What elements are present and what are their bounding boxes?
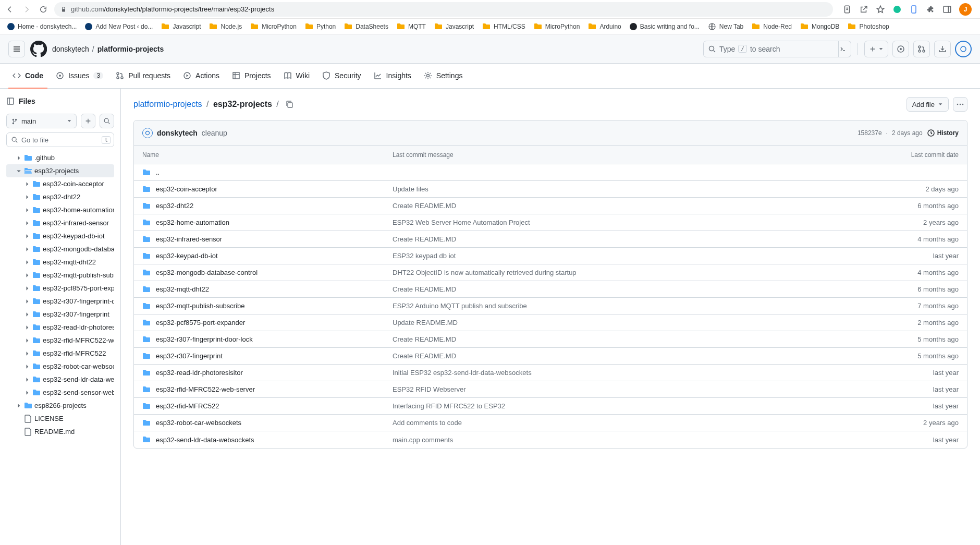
tree-item[interactable]: esp32-rfid-MFRC522 bbox=[6, 347, 114, 360]
address-bar[interactable]: github.com/donskytech/platformio-project… bbox=[54, 2, 833, 17]
bookmark-item[interactable]: MQTT bbox=[394, 20, 429, 33]
commit-message-link[interactable]: Update README.MD bbox=[393, 319, 891, 326]
tree-item[interactable]: esp32-keypad-db-iot bbox=[6, 229, 114, 243]
bookmark-item[interactable]: Javascript bbox=[158, 20, 204, 33]
tree-item[interactable]: esp32-projects bbox=[6, 164, 114, 177]
tab-pull-requests[interactable]: Pull requests bbox=[112, 64, 175, 89]
bookmark-item[interactable]: HTML/CSS bbox=[479, 20, 529, 33]
add-file-button[interactable] bbox=[81, 114, 95, 128]
file-name-link[interactable]: esp32-r307-fingerprint bbox=[156, 352, 223, 360]
bookmark-item[interactable]: Add New Post ‹ do... bbox=[82, 21, 156, 32]
more-options-button[interactable] bbox=[953, 97, 967, 112]
phone-icon[interactable] bbox=[909, 5, 918, 14]
commit-message-link[interactable]: ESP32 Arduino MQTT publish and subscribe bbox=[393, 302, 891, 310]
tree-item[interactable]: esp32-home-automation bbox=[6, 203, 114, 216]
file-name-link[interactable]: esp32-mongodb-database-control bbox=[156, 269, 258, 276]
commit-message-link[interactable]: Add comments to code bbox=[393, 419, 891, 427]
commit-message-link[interactable]: Create README.MD bbox=[393, 285, 891, 293]
tab-projects[interactable]: Projects bbox=[228, 64, 275, 89]
issues-button[interactable] bbox=[892, 41, 909, 57]
commit-message-link[interactable]: DHT22 ObjectID is now automatically retr… bbox=[393, 269, 891, 276]
commit-message-link[interactable]: Create README.MD bbox=[393, 235, 891, 243]
commit-author-link[interactable]: donskytech bbox=[157, 129, 198, 137]
file-name-link[interactable]: esp32-rfid-MFRC522-web-server bbox=[156, 385, 255, 393]
tree-item[interactable]: esp32-robot-car-websockets bbox=[6, 360, 114, 373]
tab-security[interactable]: Security bbox=[318, 64, 365, 89]
command-palette-button[interactable] bbox=[835, 41, 851, 57]
bookmark-item[interactable]: Photoshop bbox=[844, 20, 892, 33]
browser-forward-button[interactable] bbox=[21, 4, 32, 15]
file-name-link[interactable]: esp32-send-ldr-data-websockets bbox=[156, 436, 254, 444]
user-avatar[interactable] bbox=[955, 41, 972, 57]
profile-avatar[interactable]: J bbox=[959, 3, 972, 16]
extensions-icon[interactable] bbox=[926, 5, 935, 14]
file-name-link[interactable]: esp32-rfid-MFRC522 bbox=[156, 402, 219, 410]
add-file-dropdown[interactable]: Add file bbox=[906, 97, 949, 112]
tree-item[interactable]: esp32-rfid-MFRC522-web-server bbox=[6, 334, 114, 347]
bookmark-item[interactable]: MongoDB bbox=[797, 20, 842, 33]
file-name-link[interactable]: esp32-keypad-db-iot bbox=[156, 252, 218, 260]
owner-link[interactable]: donskytech bbox=[52, 45, 89, 53]
tree-item[interactable]: LICENSE bbox=[6, 412, 114, 425]
bookmark-item[interactable]: MicroPython bbox=[531, 20, 583, 33]
tree-item[interactable]: esp32-read-ldr-photoresisitor bbox=[6, 321, 114, 334]
bookmark-item[interactable]: Home - donskytech... bbox=[4, 21, 80, 32]
file-name-link[interactable]: esp32-robot-car-websockets bbox=[156, 419, 241, 427]
commit-message-link[interactable]: ESP32 RFID Webserver bbox=[393, 385, 891, 393]
parent-dir-row[interactable]: .. bbox=[134, 164, 967, 181]
file-name-link[interactable]: esp32-mqtt-publish-subscribe bbox=[156, 302, 245, 310]
grammarly-icon[interactable] bbox=[892, 5, 902, 14]
github-logo-icon[interactable] bbox=[30, 41, 47, 57]
commit-message-link[interactable]: Initial ESP32 esp32-send-ldr-data-websoc… bbox=[393, 369, 891, 377]
search-input[interactable]: Type / to search bbox=[703, 41, 839, 57]
tree-item[interactable]: esp32-mqtt-dht22 bbox=[6, 256, 114, 269]
panel-icon[interactable] bbox=[6, 97, 15, 105]
bookmark-item[interactable]: Javascript bbox=[431, 20, 477, 33]
file-name-link[interactable]: esp32-r307-fingerprint-door-lock bbox=[156, 335, 253, 343]
repo-link[interactable]: platformio-projects bbox=[97, 45, 164, 53]
sidepanel-icon[interactable] bbox=[942, 5, 952, 14]
file-name-link[interactable]: esp32-coin-acceptor bbox=[156, 185, 217, 193]
commit-message-link[interactable]: main.cpp comments bbox=[393, 436, 891, 444]
tree-item[interactable]: esp32-send-sensor-websocket bbox=[6, 386, 114, 399]
commit-sha[interactable]: 158237e bbox=[858, 129, 882, 137]
bookmark-item[interactable]: Node.js bbox=[206, 20, 245, 33]
tab-actions[interactable]: Actions bbox=[179, 64, 224, 89]
file-filter-input[interactable]: Go to file t bbox=[6, 132, 114, 147]
tab-settings[interactable]: Settings bbox=[420, 64, 467, 89]
commit-message-link[interactable]: Interfacing RFID MFRC522 to ESP32 bbox=[393, 402, 891, 410]
bookmark-item[interactable]: New Tab bbox=[705, 20, 746, 33]
browser-reload-button[interactable] bbox=[38, 4, 49, 15]
menu-button[interactable] bbox=[8, 41, 25, 57]
tab-issues[interactable]: Issues3 bbox=[52, 64, 107, 89]
file-name-link[interactable]: esp32-home-automation bbox=[156, 219, 229, 226]
bookmark-item[interactable]: Arduino bbox=[585, 20, 624, 33]
bookmark-item[interactable]: MicroPython bbox=[247, 20, 300, 33]
tree-item[interactable]: esp32-dht22 bbox=[6, 190, 114, 203]
tab-insights[interactable]: Insights bbox=[370, 64, 415, 89]
copy-path-button[interactable] bbox=[285, 100, 293, 108]
create-new-button[interactable] bbox=[864, 41, 888, 57]
tab-code[interactable]: Code bbox=[8, 64, 47, 89]
commit-message-link[interactable]: Create README.MD bbox=[393, 352, 891, 360]
history-button[interactable]: History bbox=[927, 129, 959, 137]
tree-item[interactable]: README.md bbox=[6, 425, 114, 438]
commit-message-link[interactable]: Update files bbox=[393, 185, 891, 193]
tree-item[interactable]: esp32-infrared-sensor bbox=[6, 216, 114, 229]
star-icon[interactable] bbox=[876, 5, 885, 14]
file-name-link[interactable]: esp32-infrared-sensor bbox=[156, 235, 222, 243]
commit-author-avatar[interactable] bbox=[142, 128, 153, 138]
bookmark-item[interactable]: Node-Red bbox=[749, 20, 795, 33]
tree-item[interactable]: esp32-coin-acceptor bbox=[6, 177, 114, 190]
bookmark-item[interactable]: DataSheets bbox=[341, 20, 391, 33]
inbox-button[interactable] bbox=[934, 41, 951, 57]
breadcrumb-root[interactable]: platformio-projects bbox=[133, 100, 202, 108]
tree-item[interactable]: esp32-r307-fingerprint bbox=[6, 308, 114, 321]
browser-back-button[interactable] bbox=[4, 4, 16, 15]
commit-message-link[interactable]: ESP32 keypad db iot bbox=[393, 252, 891, 260]
tree-item[interactable]: esp32-send-ldr-data-websockets bbox=[6, 373, 114, 386]
tree-item[interactable]: esp32-r307-fingerprint-door-lock bbox=[6, 295, 114, 308]
file-name-link[interactable]: esp32-pcf8575-port-expander bbox=[156, 319, 245, 326]
tree-item[interactable]: .github bbox=[6, 151, 114, 164]
share-icon[interactable] bbox=[859, 5, 868, 14]
